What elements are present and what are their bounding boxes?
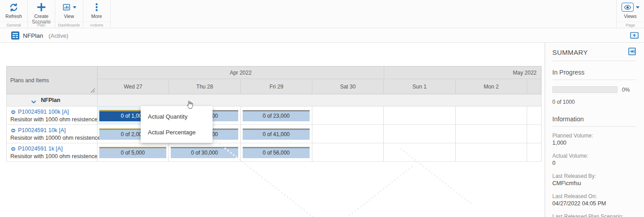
info-label: Planned Volume: [552,132,636,139]
toolbar-group-plan: Create Scenario Plan [28,0,55,28]
info-label: Last Released On: [552,193,636,200]
info-item: Actual Volume: 0 [552,152,636,167]
progress-percent: 0% [622,87,630,93]
column-resize-handle[interactable] [90,88,95,94]
summary-title: SUMMARY [552,49,588,56]
item-link[interactable]: P10024591 100k [A] [10,109,69,115]
group-label-dashboards: Dashboards [55,22,83,27]
refresh-button[interactable]: Refresh [0,0,27,19]
plan-cell-bar[interactable]: 0 of 41,000 [243,128,310,140]
day-header[interactable]: Sun 1 [384,80,456,94]
group-label-general: General [0,22,27,27]
item-link-label: P10024591 100k [A] [18,109,69,115]
item-link[interactable]: P10024591 1k [A] [10,146,62,152]
plan-group-label: NFPlan [41,97,60,103]
view-button[interactable]: View [55,0,83,19]
month-header-apr: Apr 2022 [98,66,384,79]
view-mode-dropdown-menu: Actual Quantity Actual Percentage [141,106,213,143]
item-description: Resisitor with 1000 ohm resistence [10,153,98,159]
day-header[interactable]: Wed 27 [98,80,169,94]
plans-items-column-header[interactable]: Plans and Items [7,66,98,94]
group-label-page: Page [617,22,644,27]
plan-group-row[interactable]: NFPlan [6,94,542,106]
day-header[interactable]: Mon 2 [456,80,527,94]
grid-line [455,106,456,162]
info-item: Last Released On: 04/27/2022 04:05 PM [552,193,636,208]
group-label-actions: Actions [83,22,110,27]
plan-status: (Active) [49,32,68,39]
plan-title-bar: NFPlan (Active) [0,29,644,43]
item-link-label: P10024591 10k [A] [18,127,66,133]
toolbar-group-page: Views Page [617,0,644,28]
toolbar-group-general: Refresh General [0,0,27,28]
plan-title: NFPlan [23,32,43,39]
chevron-down-icon [636,6,640,9]
grid-line [312,106,312,162]
plan-icon [11,31,19,41]
toolbar-group-dashboards: View Dashboards [55,0,83,28]
refresh-icon [9,2,18,13]
plan-cell-bar[interactable]: 0 of 56,000 [243,147,310,158]
info-item: Last Released Plan Scenario: PlanScenari… [552,213,636,217]
plan-cell-bar[interactable]: 0 of 23,000 [243,110,310,121]
info-label: Last Released By: [552,173,636,180]
info-value: 1,000 [552,139,636,147]
plan-cell-bar[interactable]: 0 of 5,000 [99,147,166,158]
day-header[interactable]: Thu 28 [169,80,241,94]
info-value: 0 [552,159,636,167]
in-progress-heading: In Progress [552,69,636,80]
plans-items-header-label: Plans and Items [10,77,49,84]
summary-panel: SUMMARY In Progress 0% 0 of 1000 Informa… [545,43,644,217]
views-button[interactable]: Views [617,0,644,19]
chevron-down-icon[interactable] [31,99,36,105]
refresh-label: Refresh [5,13,22,19]
progress-bar [552,86,617,93]
views-label: Views [624,13,637,19]
item-link[interactable]: P10024591 10k [A] [10,127,66,133]
info-label: Actual Volume: [552,152,636,159]
item-description: Resisitor with 1000 ohm resistence [10,116,98,123]
collapse-panel-icon[interactable] [630,32,639,40]
more-button[interactable]: More [83,0,110,19]
plus-icon [36,2,46,13]
menu-item-actual-quantity[interactable]: Actual Quantity [141,109,213,124]
more-label: More [91,13,102,19]
plan-cell-bar[interactable]: 0 of 30,000 [171,147,238,158]
group-label-plan: Plan [28,22,55,27]
plan-grid: Plans and Items Apr 2022 May 2022 Wed 27… [6,66,542,162]
info-value: 04/27/2022 04:05 PM [552,200,636,208]
eye-icon [622,3,634,12]
watermark [306,165,413,217]
progress-caption: 0 of 1000 [552,99,636,105]
grid-line [383,106,384,162]
grid-header: Plans and Items Apr 2022 May 2022 Wed 27… [6,66,542,94]
divider [110,0,111,28]
info-value: CMF\cmfsu [552,180,636,187]
item-description: Resisitor with 10000 ohm resistence [10,135,101,141]
info-label: Last Released Plan Scenario: [552,213,636,217]
info-item: Planned Volume: 1,000 [552,132,636,147]
month-header-may: May 2022 [384,66,541,79]
toolbar-group-actions: More Actions [83,0,110,28]
bar-chart-icon [62,2,76,13]
grid-line [97,94,98,162]
item-link-label: P10024591 1k [A] [18,146,62,152]
collapse-summary-icon[interactable] [628,48,636,57]
view-label: View [64,13,74,19]
chevron-down-icon [73,6,76,9]
ellipsis-icon [93,2,101,13]
grid-line [527,106,527,162]
information-heading: Information [552,115,636,127]
menu-item-actual-percentage[interactable]: Actual Percentage [141,124,213,140]
toolbar: Refresh General Create Scenario Plan Vie… [0,0,644,28]
day-header[interactable]: Sat 30 [312,80,384,94]
info-item: Last Released By: CMF\cmfsu [552,173,636,187]
day-header[interactable]: Fri 29 [241,80,312,94]
create-scenario-button[interactable]: Create Scenario [28,0,55,24]
grid-line [240,106,241,162]
